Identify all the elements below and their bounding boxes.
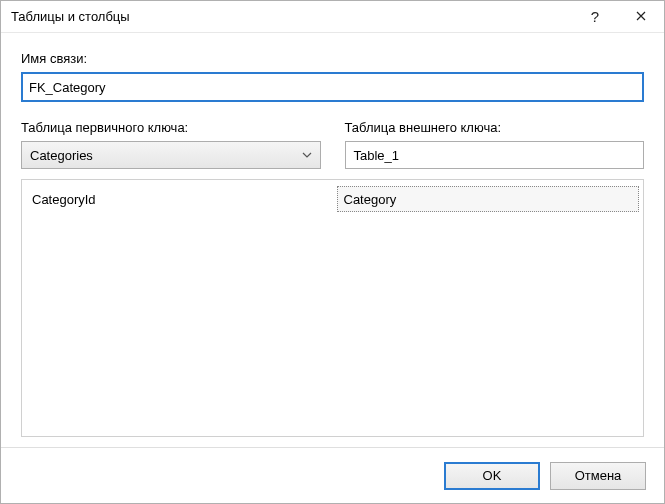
close-icon bbox=[636, 9, 646, 24]
cancel-button[interactable]: Отмена bbox=[550, 462, 646, 490]
fk-column-text: Category bbox=[344, 192, 397, 207]
fk-column-cell[interactable]: Category bbox=[337, 186, 640, 212]
help-icon: ? bbox=[591, 8, 599, 25]
fk-table-field: Table_1 bbox=[345, 141, 645, 169]
fk-table-label: Таблица внешнего ключа: bbox=[345, 120, 645, 135]
ok-button[interactable]: OK bbox=[444, 462, 540, 490]
pk-column-group: Таблица первичного ключа: Categories bbox=[21, 120, 321, 169]
close-button[interactable] bbox=[618, 1, 664, 33]
fk-column-group: Таблица внешнего ключа: Table_1 bbox=[345, 120, 645, 169]
cancel-button-label: Отмена bbox=[575, 468, 622, 483]
fk-columns-list: Category bbox=[333, 180, 644, 436]
window-title: Таблицы и столбцы bbox=[1, 9, 572, 24]
dialog-footer: OK Отмена bbox=[1, 447, 664, 503]
table-selectors-row: Таблица первичного ключа: Categories Таб… bbox=[21, 120, 644, 169]
pk-column-text: CategoryId bbox=[32, 192, 96, 207]
pk-table-selected-text: Categories bbox=[30, 148, 93, 163]
titlebar: Таблицы и столбцы ? bbox=[1, 1, 664, 33]
relationship-name-label: Имя связи: bbox=[21, 51, 644, 66]
help-button[interactable]: ? bbox=[572, 1, 618, 33]
ok-button-label: OK bbox=[483, 468, 502, 483]
pk-table-label: Таблица первичного ключа: bbox=[21, 120, 321, 135]
fk-table-value: Table_1 bbox=[354, 148, 400, 163]
pk-column-cell[interactable]: CategoryId bbox=[22, 186, 333, 212]
chevron-down-icon bbox=[302, 152, 312, 158]
column-mapping-grid: CategoryId Category bbox=[21, 179, 644, 437]
relationship-name-input[interactable] bbox=[21, 72, 644, 102]
pk-columns-list: CategoryId bbox=[22, 180, 333, 436]
dialog-window: Таблицы и столбцы ? Имя связи: Таблица п… bbox=[0, 0, 665, 504]
pk-table-select[interactable]: Categories bbox=[21, 141, 321, 169]
dialog-body: Имя связи: Таблица первичного ключа: Cat… bbox=[1, 33, 664, 447]
